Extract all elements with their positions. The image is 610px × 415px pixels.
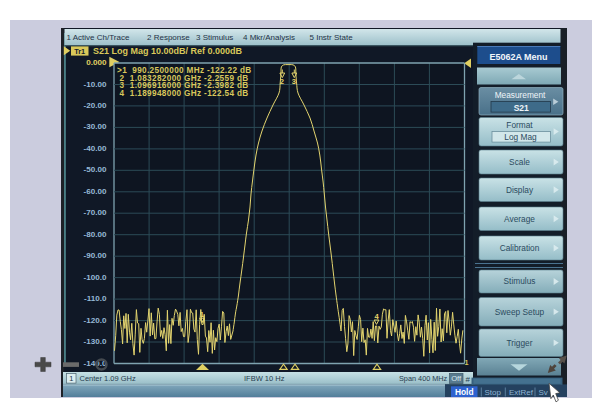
svg-text:-20.00: -20.00 [84, 101, 107, 110]
svg-text:-120.0: -120.0 [84, 316, 107, 325]
svg-text:-30.00: -30.00 [84, 122, 107, 131]
svg-text:1: 1 [465, 358, 469, 367]
svg-text:Format: Format [506, 120, 533, 130]
svg-text:Off: Off [451, 374, 462, 383]
svg-text:-60.00: -60.00 [84, 187, 107, 196]
svg-text:Stop: Stop [485, 388, 502, 397]
svg-text:-110.0: -110.0 [84, 294, 107, 303]
svg-text:Trigger: Trigger [507, 338, 533, 348]
svg-text:S21 Log Mag 10.00dB/ Ref 0.000: S21 Log Mag 10.00dB/ Ref 0.000dB [93, 47, 242, 56]
svg-text:-70.00: -70.00 [84, 208, 107, 217]
svg-text:3: 3 [292, 77, 296, 86]
svg-text:-40.00: -40.00 [84, 144, 107, 153]
svg-text:4 1.189948000 GHz -122.54 dB: 4 1.189948000 GHz -122.54 dB [117, 89, 249, 98]
svg-text:3 Stimulus: 3 Stimulus [196, 33, 233, 42]
svg-text:-80.00: -80.00 [84, 230, 107, 239]
svg-text:1: 1 [69, 374, 73, 383]
svg-text:4 Mkr/Analysis: 4 Mkr/Analysis [243, 33, 295, 42]
svg-text:2 Response: 2 Response [147, 33, 190, 42]
svg-text:Stimulus: Stimulus [504, 276, 536, 286]
svg-text:-130.0: -130.0 [84, 337, 107, 346]
svg-text:ExtRef: ExtRef [509, 388, 534, 397]
svg-text:#: # [466, 375, 471, 384]
svg-text:Sv: Sv [539, 388, 548, 397]
svg-text:Hold: Hold [455, 387, 474, 397]
svg-text:Scale: Scale [509, 157, 530, 167]
svg-text:1 Active Ch/Trace: 1 Active Ch/Trace [67, 33, 130, 42]
svg-text:S21: S21 [514, 103, 529, 113]
svg-text:Span 400 MHz: Span 400 MHz [399, 374, 448, 383]
svg-text:-100.0: -100.0 [84, 273, 107, 282]
svg-text:Tr1: Tr1 [74, 47, 85, 56]
svg-text:Measurement: Measurement [495, 90, 546, 100]
svg-text:Log Mag: Log Mag [504, 132, 537, 142]
svg-text:-90.00: -90.00 [84, 251, 107, 260]
svg-text:IFBW 10 Hz: IFBW 10 Hz [244, 374, 285, 383]
svg-text:-50.00: -50.00 [84, 165, 107, 174]
svg-text:Sweep Setup: Sweep Setup [495, 307, 545, 317]
svg-text:0.000: 0.000 [86, 58, 107, 67]
svg-text:Calibration: Calibration [500, 243, 540, 253]
svg-text:5 Instr State: 5 Instr State [310, 33, 354, 42]
svg-text:-10.00: -10.00 [84, 80, 107, 89]
svg-text:Display: Display [506, 185, 534, 195]
svg-text:E5062A Menu: E5062A Menu [489, 52, 547, 62]
svg-text:Center 1.09 GHz: Center 1.09 GHz [80, 374, 137, 383]
svg-text:2: 2 [280, 77, 284, 86]
svg-text:Average: Average [504, 214, 535, 224]
